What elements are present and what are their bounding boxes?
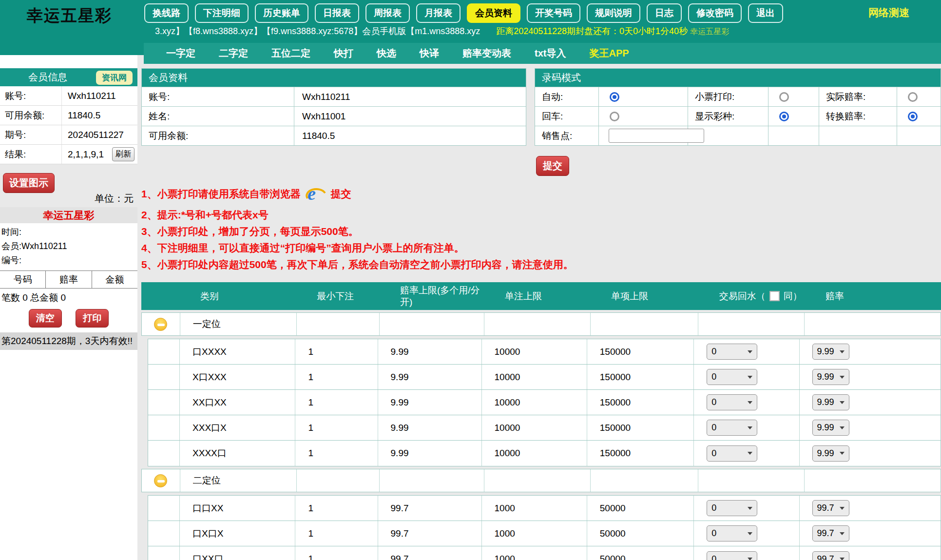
chevron-down-icon [840, 507, 845, 510]
subnav-five-two-fixed[interactable]: 五位二定 [271, 47, 310, 60]
subnav-quick-type[interactable]: 快打 [334, 47, 353, 60]
profile-balance-value: 11840.5 [294, 126, 526, 145]
notice-line-1: 1、小票打印请使用系统自带浏览器 e 提交 [141, 183, 941, 205]
member-info-header: 会员信息 资讯网 [0, 68, 137, 86]
header-rebate: 交易回水（同） [699, 282, 805, 310]
convert-odds-radio[interactable] [908, 112, 918, 121]
network-speed-test-link[interactable]: 网络测速 [868, 6, 909, 19]
profile-account-value: Wxh110211 [294, 87, 526, 106]
notice-line-4: 4、下注明细里，可以直接通过“打印编号”查询用户小票上的所有注单。 [141, 241, 941, 255]
odds-table-header: 类别 最小下注 赔率上限(多个用/分开) 单注上限 单项上限 交易回水（同） 赔… [141, 282, 941, 310]
mirror-domains: 3.xyz】【f8.wns3888.xyz】【f9.wns3888.xyz:56… [155, 26, 480, 36]
subnav-quick-translate[interactable]: 快译 [420, 47, 439, 60]
set-image-button[interactable]: 设置图示 [3, 173, 55, 193]
table-row: XX口XX 1 9.99 10000 150000 0 9.99 [148, 390, 941, 415]
bet-pattern: 口口XX [180, 496, 295, 521]
notice-list: 1、小票打印请使用系统自带浏览器 e 提交 2、提示:*号和+号都代表x号 3、… [141, 183, 941, 271]
rebate-same-checkbox[interactable] [769, 291, 780, 301]
nav-log[interactable]: 日志 [647, 3, 682, 23]
main-content: 会员资料 账号: Wxh110211 姓名: Wxh11001 可用余额: 11… [137, 55, 941, 560]
rebate-select[interactable]: 0 [707, 551, 757, 560]
refresh-button[interactable]: 刷新 [112, 147, 134, 161]
rebate-select[interactable]: 0 [707, 500, 757, 516]
nav-member-profile[interactable]: 会员资料 [467, 3, 520, 23]
header-odds-limit: 赔率上限(多个用/分开) [380, 282, 484, 310]
sub-nav: 一字定 二字定 五位二定 快打 快选 快译 赔率变动表 txt导入 奖王APP [144, 43, 941, 64]
nav-monthly-report[interactable]: 月报表 [416, 3, 461, 23]
profile-row-balance: 可用余额: 11840.5 [142, 126, 526, 145]
chevron-down-icon [748, 558, 752, 560]
collapse-icon[interactable] [154, 474, 167, 487]
profile-row-account: 账号: Wxh110211 [142, 87, 526, 106]
chevron-down-icon [748, 507, 752, 510]
header-category: 类别 [180, 282, 297, 310]
nav-rules[interactable]: 规则说明 [587, 3, 640, 23]
news-site-button[interactable]: 资讯网 [96, 71, 133, 85]
chevron-down-icon [748, 532, 752, 535]
header-item-limit: 单项上限 [591, 282, 699, 310]
chevron-down-icon [840, 426, 845, 429]
header-min-bet: 最小下注 [296, 282, 380, 310]
mode-row-3: 销售点: [535, 126, 941, 145]
show-lottery-radio[interactable] [779, 112, 789, 121]
balance-value: 11840.5 [61, 106, 137, 125]
countdown-lottery-name: 幸运五星彩 [690, 27, 729, 36]
nav-draw-numbers[interactable]: 开奖号码 [527, 3, 580, 23]
group-row-one-fixed: 一定位 [141, 312, 941, 336]
odds-select[interactable]: 9.99 [812, 445, 849, 462]
subnav-king-app[interactable]: 奖王APP [589, 47, 629, 60]
rebate-select[interactable]: 0 [707, 394, 757, 410]
account-value: Wxh110211 [61, 86, 137, 105]
rebate-select[interactable]: 0 [707, 420, 757, 436]
show-lottery-label: 显示彩种: [688, 107, 768, 126]
print-button[interactable]: 打印 [76, 309, 109, 328]
enter-radio[interactable] [610, 112, 619, 121]
rebate-select[interactable]: 0 [707, 445, 757, 462]
collapse-icon[interactable] [154, 318, 167, 331]
auto-radio[interactable] [610, 92, 619, 102]
bet-slip-buttons: 清空 打印 [0, 307, 137, 332]
subnav-odds-change-table[interactable]: 赔率变动表 [462, 47, 511, 60]
nav-change-line[interactable]: 换线路 [144, 3, 189, 23]
table-row: X口XXX 1 9.99 10000 150000 0 9.99 [148, 365, 941, 390]
actual-odds-label: 实际赔率: [819, 87, 897, 106]
clear-button[interactable]: 清空 [29, 309, 62, 328]
result-label: 结果: [0, 148, 61, 161]
odds-select[interactable]: 99.7 [812, 551, 849, 560]
subnav-two-fixed[interactable]: 二字定 [219, 47, 248, 60]
rebate-select[interactable]: 0 [707, 369, 757, 385]
bet-slip-summary: 笔数 0 总金额 0 [0, 289, 137, 307]
info-row-balance: 可用余额: 11840.5 [0, 106, 137, 125]
nav-bet-detail[interactable]: 下注明细 [195, 3, 249, 23]
submit-button[interactable]: 提交 [536, 156, 569, 176]
subnav-quick-pick[interactable]: 快选 [377, 47, 396, 60]
col-number: 号码 [0, 271, 46, 288]
bet-pattern: 口X口X [180, 521, 295, 546]
actual-odds-radio[interactable] [908, 92, 918, 102]
close-countdown: 距离20240511228期封盘还有：0天0小时1分40秒 [496, 26, 688, 36]
ticket-print-radio[interactable] [779, 92, 789, 102]
nav-daily-report[interactable]: 日报表 [315, 3, 359, 23]
bet-slip-columns: 号码 赔率 金额 [0, 270, 137, 289]
table-row: 口XX口 1 99.7 1000 50000 0 99.7 [148, 546, 941, 560]
nav-change-password[interactable]: 修改密码 [688, 3, 742, 23]
subnav-txt-import[interactable]: txt导入 [535, 47, 566, 60]
left-sidebar: 会员信息 资讯网 账号: Wxh110211 可用余额: 11840.5 期号:… [0, 55, 137, 560]
ie-browser-icon: e [305, 184, 327, 204]
nav-logout[interactable]: 退出 [748, 3, 783, 23]
odds-select[interactable]: 9.99 [812, 394, 849, 410]
odds-select[interactable]: 99.7 [812, 525, 849, 541]
odds-select[interactable]: 9.99 [812, 420, 849, 436]
subnav-one-fixed[interactable]: 一字定 [166, 47, 195, 60]
rebate-select[interactable]: 0 [707, 344, 757, 360]
mode-row-1: 自动: 小票打印: 实际赔率: [535, 87, 941, 106]
odds-select[interactable]: 99.7 [812, 500, 849, 516]
odds-select[interactable]: 9.99 [812, 369, 849, 385]
nav-history[interactable]: 历史账单 [255, 3, 308, 23]
odds-select[interactable]: 9.99 [812, 344, 849, 360]
convert-odds-label: 转换赔率: [819, 107, 897, 126]
nav-weekly-report[interactable]: 周报表 [365, 3, 410, 23]
record-mode-title: 录码模式 [535, 69, 941, 87]
rebate-select[interactable]: 0 [707, 525, 757, 541]
chevron-down-icon [840, 452, 845, 455]
